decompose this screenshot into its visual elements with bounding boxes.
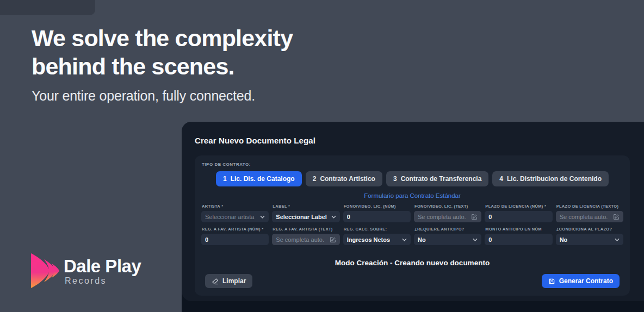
tab-label: Contrato Artistico xyxy=(320,175,375,183)
field-fono-video-lic-text: FONO/VIDEO. LIC. (TEXT) Se completa auto… xyxy=(414,204,481,222)
field-label: ¿REQUIERE ANTICIPO? xyxy=(414,227,481,232)
reg-calc-sobre-select[interactable]: Ingresos Netos xyxy=(343,234,411,245)
input-placeholder: Se completa auto. xyxy=(276,236,324,243)
tab-number: 2 xyxy=(313,175,317,183)
field-label: PLAZO DE LICENCIA (NÚM) * xyxy=(485,204,552,209)
tab-number: 3 xyxy=(393,175,397,183)
artista-select[interactable]: Seleccionar artista xyxy=(201,211,269,222)
tab-number: 4 xyxy=(499,175,503,183)
field-reg-fav-artista-text: REG. A FAV. ARTISTA (TEXT) Se completa a… xyxy=(272,227,339,245)
edit-icon xyxy=(471,214,478,220)
hero-subtitle: Your entire operation, fully connected. xyxy=(32,88,293,104)
eraser-icon xyxy=(212,278,219,285)
tab-contrato-artistico[interactable]: 2 Contrato Artistico xyxy=(306,171,382,186)
brand-name: Dale Play xyxy=(64,258,141,275)
tab-number: 1 xyxy=(223,175,227,183)
plazo-licencia-texto-input: Se completa auto. xyxy=(556,211,623,222)
monto-anticipo-input[interactable]: 0 xyxy=(485,234,552,245)
field-condiciona-plazo: ¿CONDICIONA AL PLAZO? No xyxy=(556,227,623,245)
tab-label: Contrato de Transferencia xyxy=(401,175,482,183)
field-label: LABEL * xyxy=(273,204,339,209)
select-value: Seleccionar Label xyxy=(276,214,327,220)
hero-title: We solve the complexitybehind the scenes… xyxy=(32,24,293,80)
field-reg-fav-artista-num: REG. A FAV. ARTISTA (NÚM) * 0 xyxy=(201,227,269,245)
fono-video-lic-text-input: Se completa auto. xyxy=(414,211,481,222)
label-select[interactable]: Seleccionar Label xyxy=(272,211,339,222)
plazo-licencia-num-input[interactable]: 0 xyxy=(485,211,552,222)
input-placeholder: Se completa auto. xyxy=(560,214,608,220)
hero-title-line1: We solve the complexity xyxy=(32,25,293,51)
reg-fav-artista-num-input[interactable]: 0 xyxy=(201,234,269,245)
field-label: REG. A FAV. ARTISTA (TEXT) xyxy=(273,227,339,232)
app-backdrop: Crear Nuevo Documento Legal TIPO DE CONT… xyxy=(182,122,644,312)
field-reg-calc-sobre: REG. CALC. SOBRE: Ingresos Netos xyxy=(343,227,411,245)
chevron-down-icon xyxy=(260,215,265,219)
condiciona-plazo-select[interactable]: No xyxy=(556,234,623,245)
clear-button-label: Limpiar xyxy=(222,277,246,285)
hero-title-line2: behind the scenes. xyxy=(32,53,234,79)
field-label: REG. CALC. SOBRE: xyxy=(344,227,411,232)
play-sails-icon xyxy=(31,253,59,288)
hero-section: We solve the complexitybehind the scenes… xyxy=(32,24,293,104)
chevron-down-icon xyxy=(402,238,407,241)
tab-contrato-transferencia[interactable]: 3 Contrato de Transferencia xyxy=(386,171,488,186)
field-monto-anticipo: MONTO ANTICIPO EN NÚM 0 xyxy=(485,227,552,245)
form-title: Formulario para Contrato Estándar xyxy=(200,192,624,199)
field-artista: ARTISTA * Seleccionar artista xyxy=(201,204,269,222)
field-label: FONO/VIDEO. LIC. (TEXT) xyxy=(414,204,481,209)
fono-video-lic-num-input[interactable]: 0 xyxy=(343,211,411,222)
select-value: No xyxy=(560,236,568,243)
tab-lic-dis-catalogo[interactable]: 1 Lic. Dis. de Catalogo xyxy=(216,171,302,186)
field-fono-video-lic-num: FONO/VIDEO. LIC. (NÚM) 0 xyxy=(343,204,411,222)
brand-subname: Records xyxy=(65,276,141,286)
brand-text: Dale Play Records xyxy=(64,253,141,286)
field-label: ¿CONDICIONA AL PLAZO? xyxy=(556,227,623,232)
input-value: 0 xyxy=(488,214,492,220)
tab-label: Lic. Dis. de Catalogo xyxy=(231,175,295,183)
input-placeholder: Se completa auto. xyxy=(418,214,466,220)
select-value: No xyxy=(418,236,426,243)
chevron-down-icon xyxy=(331,215,336,219)
generate-button-label: Generar Contrato xyxy=(559,277,613,285)
requiere-anticipo-select[interactable]: No xyxy=(414,234,481,245)
edit-icon xyxy=(613,214,620,220)
field-label: ARTISTA * xyxy=(202,204,269,209)
chevron-down-icon xyxy=(473,238,478,241)
input-value: 0 xyxy=(347,214,350,220)
field-plazo-licencia-texto: PLAZO DE LICENCIA (TEXTO) Se completa au… xyxy=(556,204,623,222)
field-plazo-licencia-num: PLAZO DE LICENCIA (NÚM) * 0 xyxy=(485,204,552,222)
panel-title: Crear Nuevo Documento Legal xyxy=(195,136,644,145)
save-icon xyxy=(548,278,555,285)
field-label: MONTO ANTICIPO EN NÚM xyxy=(485,227,552,232)
form-actions: Limpiar Generar Contrato xyxy=(200,274,624,288)
field-label: PLAZO DE LICENCIA (TEXTO) xyxy=(556,204,623,209)
tab-lic-distribucion-contenido[interactable]: 4 Lic. Distribucion de Contenido xyxy=(492,171,609,186)
brand-logo: Dale Play Records xyxy=(31,253,141,288)
contract-form-grid: ARTISTA * Seleccionar artista LABEL * Se… xyxy=(201,204,623,245)
contract-form-card: TIPO DE CONTRATO: 1 Lic. Dis. de Catalog… xyxy=(195,155,630,296)
input-value: 0 xyxy=(205,236,208,243)
top-left-notch xyxy=(0,0,95,15)
field-label: REG. A FAV. ARTISTA (NÚM) * xyxy=(202,227,269,232)
mode-status: Modo Creación - Creando nuevo documento xyxy=(200,259,624,267)
page-background: We solve the complexitybehind the scenes… xyxy=(0,0,644,312)
generate-contract-button[interactable]: Generar Contrato xyxy=(542,274,620,288)
select-value: Ingresos Netos xyxy=(347,236,390,243)
field-label: FONO/VIDEO. LIC. (NÚM) xyxy=(344,204,411,209)
input-value: 0 xyxy=(488,236,492,243)
tab-label: Lic. Distribucion de Contenido xyxy=(507,175,602,183)
field-requiere-anticipo: ¿REQUIERE ANTICIPO? No xyxy=(414,227,481,245)
legal-document-panel: Crear Nuevo Documento Legal TIPO DE CONT… xyxy=(182,122,644,301)
contract-type-tabs: 1 Lic. Dis. de Catalogo 2 Contrato Artis… xyxy=(200,171,624,186)
edit-icon xyxy=(330,236,336,243)
contract-type-label: TIPO DE CONTRATO: xyxy=(202,162,624,167)
field-label: LABEL * Seleccionar Label xyxy=(272,204,339,222)
clear-button[interactable]: Limpiar xyxy=(205,274,252,288)
select-value: Seleccionar artista xyxy=(205,214,255,220)
chevron-down-icon xyxy=(615,238,620,241)
reg-fav-artista-text-input: Se completa auto. xyxy=(272,234,339,245)
